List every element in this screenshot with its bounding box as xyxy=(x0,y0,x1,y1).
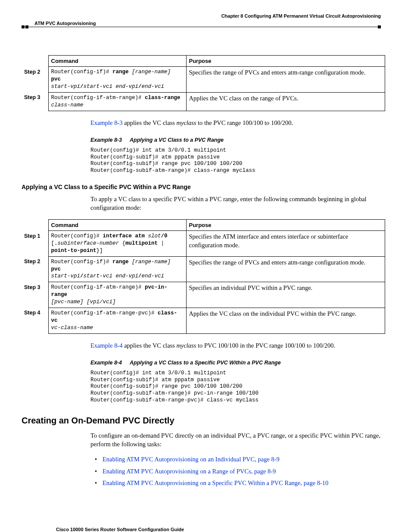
purpose-cell: Specifies an individual PVC within a PVC… xyxy=(186,282,385,308)
command-cell: Router(config-if)# range [range-name] pv… xyxy=(48,256,186,282)
code-block-8-3: Router(config)# int atm 3/0/0.1 multipoi… xyxy=(90,147,381,174)
step-label: Step 1 xyxy=(22,231,48,257)
command-cell: Router(config)# interface atm slot/0[.su… xyxy=(48,231,186,257)
table-row: Step 3 Router(config-if-atm-range)# clas… xyxy=(22,92,385,111)
table-head-command: Command xyxy=(48,219,186,231)
list-item: Enabling ATM PVC Autoprovisioning on a S… xyxy=(103,479,381,488)
table-head-empty xyxy=(22,55,48,67)
table-row: Step 2 Router(config-if)# range [range-n… xyxy=(22,67,385,93)
command-table-1: Command Purpose Step 2 Router(config-if)… xyxy=(22,55,385,111)
table-row: Step 4 Router(config-if-atm-range-pvc)# … xyxy=(22,308,385,333)
list-item: Enabling ATM PVC Autoprovisioning on an … xyxy=(103,455,381,464)
purpose-cell: Specifies the ATM interface and enters i… xyxy=(186,231,385,257)
header-rule xyxy=(22,27,381,29)
task-link[interactable]: Enabling ATM PVC Autoprovisioning on an … xyxy=(103,456,280,463)
command-cell: Router(config-if-atm-range-pvc)# class-v… xyxy=(48,308,186,333)
chapter-label: Chapter 8 Configuring ATM Permanent Virt… xyxy=(221,13,381,19)
paragraph: Example 8-3 applies the VC class myclass… xyxy=(90,119,381,128)
step-label: Step 4 xyxy=(22,308,48,333)
command-cell: Router(config-if)# range [range-name] pv… xyxy=(48,67,186,93)
task-link[interactable]: Enabling ATM PVC Autoprovisioning on a R… xyxy=(103,468,276,475)
task-list: Enabling ATM PVC Autoprovisioning on an … xyxy=(103,455,381,488)
purpose-cell: Specifies the range of PVCs and enters a… xyxy=(186,67,385,93)
table-head-empty xyxy=(22,219,48,231)
guide-title: Cisco 10000 Series Router Software Confi… xyxy=(56,526,381,532)
step-label: Step 3 xyxy=(22,282,48,308)
page-footer: Cisco 10000 Series Router Software Confi… xyxy=(17,526,381,532)
paragraph: Example 8-4 applies the VC class myclass… xyxy=(90,342,381,350)
header-decor-left xyxy=(22,25,28,28)
list-item: Enabling ATM PVC Autoprovisioning on a R… xyxy=(103,467,381,476)
paragraph: To configure an on-demand PVC directly o… xyxy=(90,432,381,448)
table-head-command: Command xyxy=(48,55,186,67)
step-label: Step 3 xyxy=(22,92,48,111)
heading-3: Applying a VC Class to a Specific PVC Wi… xyxy=(22,183,381,191)
table-row: Step 3 Router(config-if-atm-range)# pvc-… xyxy=(22,282,385,308)
paragraph: To apply a VC class to a specific PVC wi… xyxy=(90,195,381,212)
page-header: Chapter 8 Configuring ATM Permanent Virt… xyxy=(17,13,381,19)
purpose-cell: Applies the VC class on the individual P… xyxy=(186,308,385,333)
task-link[interactable]: Enabling ATM PVC Autoprovisioning on a S… xyxy=(103,479,328,486)
purpose-cell: Specifies the range of PVCs and enters a… xyxy=(186,256,385,282)
table-row: Step 2 Router(config-if)# range [range-n… xyxy=(22,256,385,282)
command-table-2: Command Purpose Step 1 Router(config)# i… xyxy=(22,219,385,334)
command-cell: Router(config-if-atm-range)# pvc-in-rang… xyxy=(48,282,186,308)
example-caption-8-3: Example 8-3Applying a VC Class to a PVC … xyxy=(90,137,381,144)
example-link[interactable]: Example 8-3 xyxy=(90,119,123,126)
example-link[interactable]: Example 8-4 xyxy=(90,342,123,349)
step-label: Step 2 xyxy=(22,256,48,282)
section-label: ATM PVC Autoprovisioning xyxy=(34,20,381,27)
heading-2: Creating an On-Demand PVC Directly xyxy=(22,415,381,426)
command-cell: Router(config-if-atm-range)# class-range… xyxy=(48,92,186,111)
code-block-8-4: Router(config)# int atm 3/0/0.1 multipoi… xyxy=(90,370,381,404)
table-head-purpose: Purpose xyxy=(186,55,385,67)
purpose-cell: Applies the VC class on the range of PVC… xyxy=(186,92,385,111)
table-row: Step 1 Router(config)# interface atm slo… xyxy=(22,231,385,257)
example-caption-8-4: Example 8-4Applying a VC Class to a Spec… xyxy=(90,359,381,367)
step-label: Step 2 xyxy=(22,67,48,93)
header-decor-right xyxy=(378,25,381,28)
table-head-purpose: Purpose xyxy=(186,219,385,231)
